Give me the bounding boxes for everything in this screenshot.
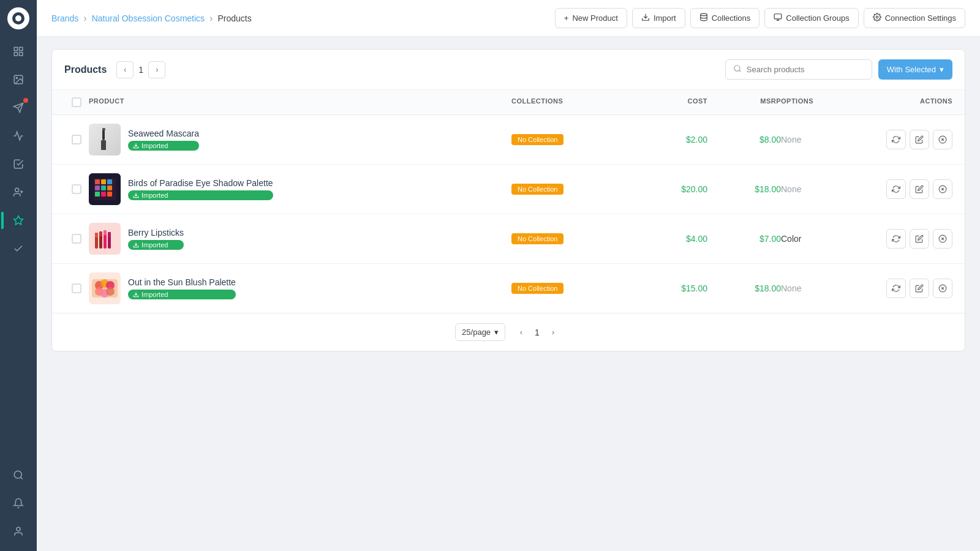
cost-value: $15.00	[681, 283, 707, 293]
with-selected-button[interactable]: With Selected ▾	[878, 59, 952, 80]
import-icon	[641, 13, 650, 23]
select-all-checkbox[interactable]	[72, 97, 81, 107]
delete-button[interactable]	[933, 279, 952, 298]
sync-button[interactable]	[886, 279, 906, 298]
svg-point-16	[17, 527, 20, 531]
page-nav: ‹ 1 ›	[116, 61, 165, 78]
cost-cell: $2.00	[634, 135, 707, 144]
pag-prev-button[interactable]: ‹	[513, 324, 530, 341]
options-cell: None	[781, 283, 854, 293]
msrp-value: $18.00	[755, 184, 781, 194]
search-input[interactable]	[747, 65, 864, 74]
collection-groups-button[interactable]: Collection Groups	[764, 8, 858, 28]
svg-rect-19	[774, 14, 782, 19]
send-icon[interactable]	[6, 96, 31, 120]
brands-link[interactable]: Brands	[51, 13, 78, 23]
cost-cell: $4.00	[634, 234, 707, 244]
edit-button[interactable]	[910, 130, 929, 149]
options-value: None	[781, 184, 801, 194]
row-checkbox[interactable]	[72, 234, 81, 244]
action-buttons	[886, 279, 952, 298]
options-column-header: OPTIONS	[781, 97, 854, 107]
profile-icon[interactable]	[6, 519, 31, 544]
sync-button[interactable]	[886, 229, 906, 249]
sidebar	[0, 0, 37, 551]
row-checkbox[interactable]	[72, 283, 81, 293]
cost-value: $4.00	[686, 234, 707, 244]
next-page-button[interactable]: ›	[148, 61, 165, 78]
contacts-icon[interactable]	[6, 180, 31, 204]
pag-next-button[interactable]: ›	[545, 324, 562, 341]
prev-page-button[interactable]: ‹	[116, 61, 134, 78]
products-header: Products ‹ 1 ›	[52, 50, 965, 90]
main-content: Brands › Natural Obsession Cosmetics › P…	[37, 0, 980, 551]
actions-column-header: ACTIONS	[854, 97, 952, 107]
edit-button[interactable]	[910, 279, 929, 298]
sep2: ›	[209, 13, 213, 24]
msrp-value: $7.00	[760, 234, 781, 244]
product-info-wrapper: Seaweed Mascara Imported	[89, 124, 199, 156]
action-buttons	[886, 179, 952, 199]
collections-button[interactable]: Collections	[690, 8, 760, 28]
imported-badge: Imported	[128, 141, 199, 151]
new-product-button[interactable]: + New Product	[555, 8, 627, 28]
collection-cell: No Collection	[511, 283, 634, 294]
table-row: Birds of Paradise Eye Shadow Palette Imp…	[52, 165, 965, 214]
product-cell: Berry Lipsticks Imported	[89, 223, 511, 255]
svg-rect-37	[95, 186, 100, 190]
edit-button[interactable]	[910, 179, 929, 199]
row-checkbox[interactable]	[72, 184, 81, 194]
no-collection-badge: No Collection	[511, 184, 564, 195]
import-button[interactable]: Import	[632, 8, 685, 28]
with-selected-label: With Selected	[887, 65, 936, 74]
orders-icon[interactable]	[6, 152, 31, 176]
product-details: Out in the Sun Blush Palette Imported	[128, 277, 236, 299]
sync-button[interactable]	[886, 179, 906, 199]
options-value: None	[781, 135, 801, 144]
chevron-down-icon: ▾	[940, 65, 944, 74]
svg-rect-28	[104, 128, 105, 130]
bell-icon[interactable]	[6, 491, 31, 515]
logo[interactable]	[7, 7, 29, 29]
product-name: Out in the Sun Blush Palette	[128, 277, 236, 287]
svg-point-14	[14, 471, 21, 478]
svg-rect-35	[101, 179, 106, 184]
tasks-icon[interactable]	[6, 236, 31, 261]
brand-link[interactable]: Natural Obsession Cosmetics	[92, 13, 205, 23]
sidebar-bottom	[6, 463, 31, 544]
per-page-select[interactable]: 25/page ▾	[455, 323, 505, 341]
media-icon[interactable]	[6, 67, 31, 92]
product-name: Berry Lipsticks	[128, 228, 184, 238]
cost-cell: $20.00	[634, 184, 707, 194]
msrp-cell: $8.00	[707, 135, 781, 144]
imported-badge: Imported	[128, 190, 273, 200]
svg-marker-13	[14, 216, 23, 225]
row-checkbox-cell	[64, 283, 89, 293]
sync-button[interactable]	[886, 130, 906, 149]
search-icon[interactable]	[6, 463, 31, 487]
delete-button[interactable]	[933, 179, 952, 199]
connection-settings-label: Connection Settings	[885, 13, 956, 23]
campaigns-icon[interactable]	[6, 124, 31, 148]
svg-rect-52	[104, 230, 107, 235]
page-number: 1	[138, 65, 143, 75]
svg-rect-27	[102, 128, 104, 130]
products-table: PRODUCT COLLECTIONS COST MSRP OPTIONS AC…	[52, 90, 965, 313]
no-collection-badge: No Collection	[511, 283, 564, 294]
no-collection-badge: No Collection	[511, 233, 564, 244]
current-page-label: Products	[217, 13, 251, 23]
row-checkbox[interactable]	[72, 135, 81, 144]
products-nav-icon[interactable]	[6, 208, 31, 233]
edit-button[interactable]	[910, 229, 929, 249]
product-details: Seaweed Mascara Imported	[128, 129, 199, 151]
delete-button[interactable]	[933, 130, 952, 149]
svg-rect-42	[107, 192, 112, 197]
notification-badge	[23, 98, 28, 103]
msrp-cell: $18.00	[707, 184, 781, 194]
breadcrumb: Brands › Natural Obsession Cosmetics › P…	[51, 13, 548, 24]
product-cell: Birds of Paradise Eye Shadow Palette Imp…	[89, 173, 511, 205]
dashboard-icon[interactable]	[6, 39, 31, 64]
connection-settings-button[interactable]: Connection Settings	[864, 8, 965, 28]
delete-button[interactable]	[933, 229, 952, 249]
svg-line-15	[20, 477, 22, 479]
